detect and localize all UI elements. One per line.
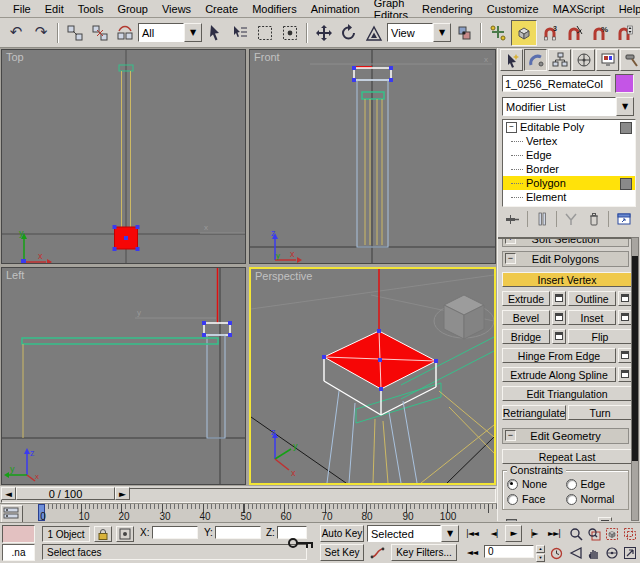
menu-help[interactable]: Help — [612, 2, 640, 16]
menu-modifiers[interactable]: Modifiers — [245, 2, 304, 16]
tab-display[interactable] — [596, 49, 619, 71]
tab-modify[interactable] — [524, 49, 547, 71]
dropdown-arrow-icon[interactable]: ▼ — [184, 23, 202, 42]
repeat-last-button[interactable]: Repeat Last — [502, 449, 632, 464]
menu-rendering[interactable]: Rendering — [415, 2, 480, 16]
extrude-along-spline-settings-button[interactable] — [618, 367, 632, 382]
pan-button[interactable] — [586, 545, 602, 561]
viewport-top[interactable]: Top x y x — [1, 49, 246, 264]
collapse-icon[interactable]: − — [505, 253, 516, 264]
tab-utilities[interactable] — [620, 49, 640, 71]
panel-scrollbar-thumb[interactable] — [632, 256, 638, 461]
zoom-button[interactable] — [568, 526, 584, 542]
angle-snap-toggle-button[interactable] — [563, 21, 587, 45]
bevel-settings-button[interactable] — [552, 310, 566, 325]
auto-key-button[interactable]: Auto Key — [320, 525, 364, 542]
object-color-swatch[interactable] — [615, 74, 634, 93]
time-slider-value[interactable]: 0 / 100 — [16, 487, 115, 500]
edit-triangulation-button[interactable]: Edit Triangulation — [502, 386, 632, 401]
menu-maxscript[interactable]: MAXScript — [546, 2, 612, 16]
menu-create[interactable]: Create — [198, 2, 245, 16]
field-of-view-button[interactable] — [568, 545, 584, 561]
set-keys-button[interactable] — [286, 531, 316, 555]
dropdown-arrow-icon[interactable]: ▼ — [441, 525, 459, 542]
menu-tools[interactable]: Tools — [71, 2, 111, 16]
extrude-along-spline-button[interactable]: Extrude Along Spline — [502, 367, 616, 382]
rollout-edit-geometry[interactable]: − Edit Geometry — [502, 428, 629, 444]
stack-row-element[interactable]: Element — [503, 190, 635, 204]
preserve-uvs-checkbox[interactable] — [506, 519, 517, 521]
prev-frame-arrow-icon[interactable]: ◄ — [1, 487, 16, 500]
next-frame-button[interactable]: |► — [526, 526, 542, 542]
bridge-button[interactable]: Bridge — [502, 329, 550, 344]
reference-coordinate-dropdown[interactable]: View ▼ — [387, 23, 451, 42]
bevel-button[interactable]: Bevel — [502, 310, 550, 325]
menu-animation[interactable]: Animation — [304, 2, 367, 16]
select-and-link-button[interactable] — [63, 21, 87, 45]
preserve-uvs-settings-button[interactable] — [598, 517, 612, 521]
arc-rotate-button[interactable] — [604, 545, 620, 561]
keyboard-override-toggle-button[interactable] — [511, 20, 537, 46]
stack-row-editable-poly[interactable]: − Editable Poly — [503, 120, 635, 134]
spinner-up-icon[interactable]: ▲ — [536, 545, 545, 553]
constraint-none-radio[interactable]: None — [507, 478, 566, 490]
open-mini-curve-editor-button[interactable] — [1, 505, 23, 523]
previous-frame-button[interactable]: ◄| — [486, 526, 502, 542]
key-filters-button[interactable]: Key Filters... — [391, 544, 457, 561]
select-object-button[interactable] — [203, 21, 227, 45]
set-key-button[interactable]: Set Key — [320, 544, 364, 561]
default-tangents-button[interactable] — [368, 544, 388, 561]
tab-hierarchy[interactable] — [548, 49, 571, 71]
menu-edit[interactable]: Edit — [38, 2, 71, 16]
constraint-edge-radio[interactable]: Edge — [566, 478, 625, 490]
outline-button[interactable]: Outline — [568, 291, 616, 306]
bridge-settings-button[interactable] — [552, 329, 566, 344]
collapse-icon[interactable]: − — [506, 122, 517, 133]
redo-button[interactable]: ↷ — [29, 21, 53, 45]
y-coordinate-field[interactable] — [215, 526, 261, 539]
extrude-settings-button[interactable] — [552, 291, 566, 306]
make-unique-button[interactable] — [561, 210, 582, 228]
time-filter-dropdown[interactable]: Selected ▼ — [367, 525, 459, 542]
dropdown-arrow-icon[interactable]: ▼ — [433, 23, 451, 42]
inset-settings-button[interactable] — [618, 310, 632, 325]
select-and-move-button[interactable] — [312, 21, 336, 45]
rectangular-selection-region-button[interactable] — [253, 21, 277, 45]
modifier-list-dropdown[interactable]: Modifier List ▼ — [502, 97, 634, 116]
track-bar-ruler[interactable]: 0 10 20 30 40 50 60 70 80 90 100 — [22, 504, 497, 522]
go-to-end-button[interactable]: ►►| — [545, 526, 563, 542]
percent-snap-toggle-button[interactable]: % — [588, 21, 612, 45]
stack-row-border[interactable]: Border — [503, 162, 635, 176]
turn-button[interactable]: Turn — [568, 405, 632, 420]
select-and-scale-button[interactable] — [362, 21, 386, 45]
viewport-perspective[interactable]: Perspective — [249, 267, 496, 485]
zoom-extents-all-button[interactable] — [622, 526, 638, 542]
maxscript-mini-listener-white[interactable]: .na — [2, 544, 35, 561]
snaps-toggle-button[interactable]: 3 — [538, 21, 562, 45]
key-mode-toggle-button[interactable]: ◄◄ — [463, 545, 481, 561]
menu-customize[interactable]: Customize — [480, 2, 546, 16]
object-name-input[interactable] — [502, 75, 611, 92]
menu-group[interactable]: Group — [110, 2, 155, 16]
pin-stack-button[interactable] — [502, 210, 523, 228]
window-crossing-toggle-button[interactable] — [278, 21, 302, 45]
constraint-face-radio[interactable]: Face — [507, 493, 566, 505]
time-slider-handle[interactable]: ◄ 0 / 100 ► — [1, 487, 130, 500]
hinge-settings-button[interactable] — [618, 348, 632, 363]
stack-row-polygon[interactable]: Polygon — [503, 176, 635, 190]
zoom-extents-button[interactable] — [604, 526, 620, 542]
spinner-down-icon[interactable]: ▼ — [536, 554, 545, 562]
time-configuration-button[interactable] — [548, 545, 565, 561]
stack-row-edge[interactable]: Edge — [503, 148, 635, 162]
insert-vertex-button[interactable]: Insert Vertex — [502, 272, 632, 287]
extrude-button[interactable]: Extrude — [502, 291, 550, 306]
viewport-front[interactable]: Front x z — [249, 49, 496, 264]
unlink-selection-button[interactable] — [88, 21, 112, 45]
viewport-left[interactable]: Left y z y — [1, 267, 246, 485]
use-pivot-center-button[interactable] — [452, 21, 476, 45]
retriangulate-button[interactable]: Retriangulate — [502, 405, 566, 420]
selection-filter-dropdown[interactable]: All ▼ — [138, 23, 202, 42]
remove-modifier-button[interactable] — [584, 210, 605, 228]
min-max-toggle-button[interactable] — [622, 545, 638, 561]
current-frame-field[interactable] — [484, 545, 534, 558]
